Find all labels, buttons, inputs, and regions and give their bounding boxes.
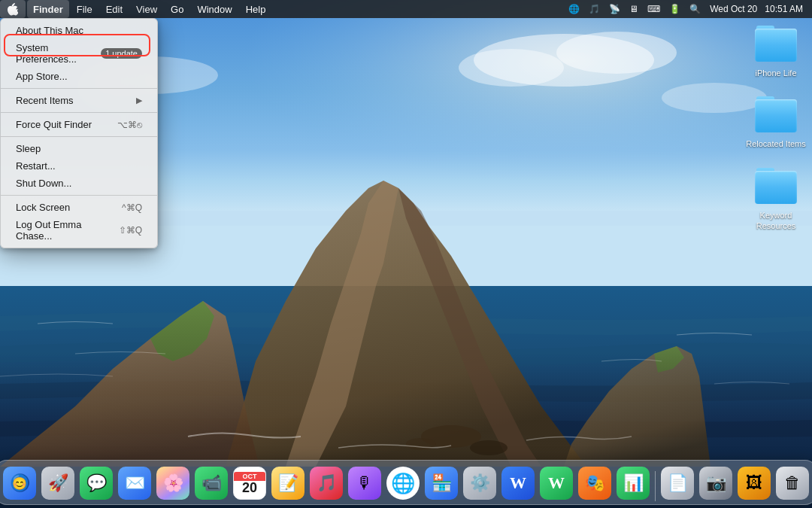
svg-point-3 — [556, 32, 677, 74]
dock-launchpad[interactable]: 🚀 — [40, 465, 76, 501]
restart-item[interactable]: Restart... — [4, 157, 154, 175]
datetime-label: Wed Oct 20 10:51 AM — [707, 0, 806, 18]
keyboard-icon[interactable]: ⌨ — [644, 0, 663, 18]
search-icon[interactable]: 🔍 — [686, 0, 704, 18]
dock: 🔵 😊 🚀 💬 ✉️ 🌸 — [0, 460, 812, 505]
desktop-icons: iPhone Life Relocated Items Keyword Reso… — [746, 23, 806, 231]
dock-word[interactable]: W — [500, 465, 536, 501]
logout-shortcut: ⇧⌘Q — [119, 225, 142, 236]
about-this-mac-label: About This Mac — [16, 25, 142, 36]
app-name-menu[interactable]: Finder — [27, 0, 69, 18]
dock-calendar[interactable]: OCT 20 — [232, 465, 268, 501]
keyword-resources-label: Keyword Resources — [746, 210, 806, 232]
sleep-item[interactable]: Sleep — [4, 140, 154, 157]
about-this-mac-item[interactable]: About This Mac — [4, 22, 154, 39]
shutdown-item[interactable]: Shut Down... — [4, 175, 154, 192]
view-menu[interactable]: View — [130, 0, 163, 18]
system-prefs-badge: 1 update — [101, 48, 142, 59]
dock-mail[interactable]: ✉️ — [117, 465, 153, 501]
restart-label: Restart... — [16, 160, 142, 172]
divider-2 — [1, 112, 157, 113]
dock-photos[interactable]: 🌸 — [155, 465, 191, 501]
dock-keynote[interactable]: 🎭 — [577, 465, 613, 501]
dock-trash[interactable]: 🗑 — [774, 465, 810, 501]
desktop: Finder File Edit View Go Window Help 🌐 🎵… — [0, 0, 812, 508]
svg-point-11 — [470, 440, 508, 455]
dock-messages[interactable]: 💬 — [78, 465, 114, 501]
recent-items-arrow: ▶ — [136, 96, 142, 105]
menu-bar-left: Finder File Edit View Go Window Help — [0, 0, 271, 18]
apple-dropdown-menu: About This Mac System Preferences... 1 u… — [0, 18, 158, 248]
iphone-life-folder — [755, 23, 797, 65]
divider-1 — [1, 88, 157, 89]
keyword-resources-icon[interactable]: Keyword Resources — [746, 165, 806, 232]
dock-appstore[interactable]: 🏪 — [423, 465, 459, 501]
dock-notes[interactable]: 📝 — [270, 465, 306, 501]
logout-item[interactable]: Log Out Emma Chase... ⇧⌘Q — [4, 216, 154, 245]
app-store-label: App Store... — [16, 71, 142, 82]
dock-numbers[interactable]: 📊 — [615, 465, 651, 501]
svg-point-4 — [459, 49, 564, 87]
relocated-items-icon[interactable]: Relocated Items — [746, 93, 806, 149]
shutdown-label: Shut Down... — [16, 178, 142, 189]
help-menu[interactable]: Help — [240, 0, 272, 18]
dock-screenshot[interactable]: 📷 — [698, 465, 734, 501]
logout-label: Log Out Emma Chase... — [16, 219, 113, 242]
menu-bar: Finder File Edit View Go Window Help 🌐 🎵… — [0, 0, 812, 18]
wechat-icon[interactable]: 🌐 — [565, 0, 583, 18]
go-menu[interactable]: Go — [165, 0, 189, 18]
wifi-icon[interactable]: 📡 — [606, 0, 623, 18]
dock-facetime[interactable]: 📹 — [193, 465, 229, 501]
recent-items-label: Recent Items — [16, 95, 130, 106]
force-quit-label: Force Quit Finder — [16, 119, 111, 130]
dock-chrome[interactable]: 🌐 — [385, 465, 421, 501]
dock-system-prefs[interactable]: ⚙️ — [462, 465, 498, 501]
recent-items-item[interactable]: Recent Items ▶ — [4, 92, 154, 109]
force-quit-shortcut: ⌥⌘⎋ — [117, 120, 142, 130]
force-quit-item[interactable]: Force Quit Finder ⌥⌘⎋ — [4, 116, 154, 133]
edit-menu[interactable]: Edit — [100, 0, 129, 18]
keyword-resources-folder — [755, 165, 797, 207]
divider-4 — [1, 195, 157, 196]
dock-finder[interactable]: 🔵 😊 — [2, 465, 38, 501]
dock-wunderkind[interactable]: W — [538, 465, 574, 501]
relocated-items-folder — [755, 93, 797, 135]
lock-screen-item[interactable]: Lock Screen ^⌘Q — [4, 199, 154, 216]
dock-podcasts[interactable]: 🎙 — [347, 465, 383, 501]
divider-3 — [1, 136, 157, 137]
system-preferences-item[interactable]: System Preferences... 1 update — [4, 39, 154, 68]
music-icon[interactable]: 🎵 — [586, 0, 603, 18]
relocated-items-label: Relocated Items — [746, 138, 805, 149]
dock-files1[interactable]: 📄 — [659, 465, 695, 501]
menu-bar-right: 🌐 🎵 📡 🖥 ⌨ 🔋 🔍 Wed Oct 20 10:51 AM — [565, 0, 812, 18]
svg-point-12 — [406, 438, 436, 450]
app-name-label: Finder — [33, 4, 63, 15]
sleep-label: Sleep — [16, 143, 142, 154]
lock-screen-shortcut: ^⌘Q — [122, 202, 142, 213]
iphone-life-label: iPhone Life — [755, 68, 796, 78]
window-menu[interactable]: Window — [191, 0, 238, 18]
dock-music[interactable]: 🎵 — [308, 465, 344, 501]
app-store-item[interactable]: App Store... — [4, 68, 154, 85]
apple-menu-button[interactable] — [0, 0, 26, 18]
dock-preview[interactable]: 🖼 — [736, 465, 772, 501]
battery-icon[interactable]: 🔋 — [666, 0, 683, 18]
system-prefs-label: System Preferences... — [16, 42, 96, 65]
iphone-life-icon[interactable]: iPhone Life — [746, 23, 806, 78]
lock-screen-label: Lock Screen — [16, 202, 116, 213]
file-menu[interactable]: File — [71, 0, 98, 18]
dock-divider — [655, 471, 656, 501]
display-icon[interactable]: 🖥 — [626, 0, 641, 18]
